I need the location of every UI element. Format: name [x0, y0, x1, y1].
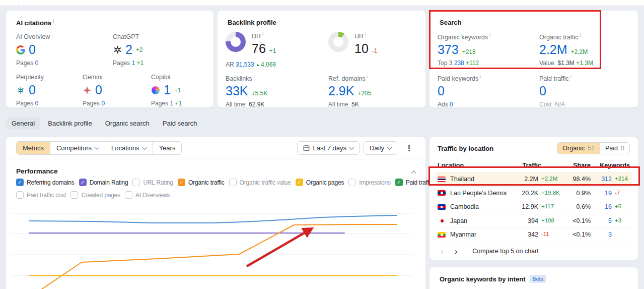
- pages-count[interactable]: 0: [101, 100, 105, 107]
- pages-count[interactable]: 0: [35, 100, 38, 107]
- tab-organic-search[interactable]: Organic search: [100, 117, 155, 130]
- metric-checkbox-paid-traffic-cost[interactable]: Paid traffic cost: [16, 191, 66, 199]
- performance-line-chart: [6, 200, 419, 289]
- calendar-icon: [303, 145, 310, 151]
- keywords-link[interactable]: 5: [608, 217, 612, 224]
- next-page-button[interactable]: ›: [452, 247, 461, 256]
- chatgpt-value[interactable]: 2: [125, 43, 132, 56]
- keywords-link[interactable]: 312: [601, 176, 612, 183]
- prev-page-button[interactable]: ‹: [438, 247, 447, 256]
- pages-count[interactable]: 0: [35, 60, 38, 67]
- ur-value: 10: [354, 42, 369, 55]
- ahrefs-rank: AR 31,533 4,069: [226, 61, 276, 68]
- metric-checkbox-url-rating[interactable]: URL Rating: [132, 179, 173, 186]
- segment-locations[interactable]: Locations: [105, 142, 153, 154]
- organic-keywords-value[interactable]: 373: [438, 43, 459, 56]
- perplexity-metric: Perplexity 0 Pages 0: [16, 74, 44, 107]
- section-tabs: General Backlink profile Organic search …: [6, 117, 203, 130]
- more-options-button[interactable]: ⋮: [401, 143, 417, 154]
- traffic-by-location-card: Traffic by location Organic51 Paid0 Loca…: [430, 137, 638, 260]
- metric-label: AI Overviews: [135, 192, 170, 199]
- pages-count[interactable]: 1: [131, 60, 135, 67]
- chevron-down-icon: [387, 145, 392, 150]
- keywords-link[interactable]: 19: [605, 190, 612, 197]
- perplexity-icon: [16, 86, 25, 95]
- metric-checkbox-organic-pages[interactable]: ✓Organic pages: [296, 179, 344, 186]
- toggle-organic[interactable]: Organic51: [557, 143, 600, 154]
- ai-citations-card: AI citations AI Overview 0 Pages 0 ChatG…: [6, 11, 213, 107]
- paid-keywords-metric: Paid keywords 0 Ads 0: [438, 74, 481, 108]
- paid-traffic-value[interactable]: 0: [539, 85, 546, 97]
- top-window-remnant: [0, 0, 644, 6]
- checkbox-unchecked-icon: [348, 179, 356, 186]
- chevron-down-icon: [95, 145, 100, 150]
- tab-paid-search[interactable]: Paid search: [157, 117, 203, 130]
- metric-checkbox-referring-domains[interactable]: ✓Referring domains: [16, 179, 75, 186]
- segment-years[interactable]: Years: [153, 142, 182, 154]
- performance-title: Performance: [16, 167, 58, 175]
- ur-donut-gauge: [328, 32, 348, 52]
- th-flag-icon: [438, 177, 446, 182]
- segment-metrics[interactable]: Metrics: [17, 142, 50, 154]
- metric-checkbox-paid-traffic[interactable]: ✓Paid traffic: [395, 179, 433, 186]
- chevron-down-icon: [349, 145, 354, 150]
- divider: [6, 159, 425, 159]
- compare-top5-link[interactable]: Compare top 5 on chart: [472, 248, 538, 255]
- pages-count[interactable]: 1: [170, 100, 173, 107]
- checkbox-checked-icon: ✓: [16, 179, 24, 186]
- checkbox-unchecked-icon: [229, 179, 237, 186]
- location-table-header: Location Traffic Share Keywords: [436, 158, 632, 172]
- metric-checkbox-impressions[interactable]: Impressions: [348, 179, 391, 186]
- metric-label: URL Rating: [143, 179, 173, 186]
- location-row-thailand[interactable]: Thailand2.2M+2.2M98.4%312+214: [436, 172, 632, 187]
- date-range-button[interactable]: Last 7 days: [297, 141, 360, 155]
- paid-keywords-value[interactable]: 0: [438, 85, 445, 97]
- ai-overview-value[interactable]: 0: [29, 43, 36, 56]
- gemini-icon: [83, 86, 92, 95]
- metric-checkbox-organic-traffic-value[interactable]: Organic traffic value: [229, 179, 291, 186]
- checkbox-checked-icon: ✓: [395, 179, 403, 186]
- organic-traffic-value[interactable]: 2.2M: [539, 43, 567, 56]
- location-row-myanmar[interactable]: Myanmar342-11<0.1%3: [436, 228, 632, 242]
- backlinks-value[interactable]: 33K: [226, 85, 248, 97]
- metric-label: Organic pages: [306, 179, 344, 186]
- organic-keywords-metric: Organic keywords 373+218 Top 3 238 +112: [438, 33, 490, 67]
- tab-backlink-profile[interactable]: Backlink profile: [42, 117, 97, 130]
- location-row-lao[interactable]: Lao People's Democratic Reput20.2K+19.8K…: [436, 187, 632, 201]
- performance-header: Performance: [16, 165, 417, 177]
- chart-toolbar: Metrics Competitors Locations Years Last…: [16, 141, 417, 155]
- location-row-japan[interactable]: Japan394+108<0.1%5+3: [436, 214, 632, 228]
- tab-general[interactable]: General: [6, 117, 40, 130]
- search-card: Search Organic keywords 373+218 Top 3 23…: [430, 11, 638, 107]
- collapse-section-button[interactable]: [410, 165, 417, 177]
- keywords-by-intent-card: Organic keywords by intent Beta: [430, 267, 638, 289]
- metric-label: Paid traffic: [406, 179, 433, 186]
- copilot-value[interactable]: 1: [164, 84, 171, 96]
- perplexity-value[interactable]: 0: [29, 84, 36, 96]
- metric-checkbox-crawled-pages[interactable]: Crawled pages: [70, 191, 120, 199]
- metric-checkbox-organic-traffic[interactable]: ✓Organic traffic: [178, 179, 224, 186]
- location-name: Myanmar: [450, 231, 476, 238]
- location-row-cambodia[interactable]: Cambodia12.9K+1170.6%16+5: [436, 200, 632, 214]
- jp-flag-icon: [438, 218, 446, 223]
- search-title: Search: [440, 19, 461, 26]
- metric-checkbox-domain-rating[interactable]: ✓Domain Rating: [79, 179, 128, 186]
- organic-paid-toggle: Organic51 Paid0: [557, 142, 630, 154]
- view-segmented-control: Metrics Competitors Locations Years: [16, 141, 182, 155]
- checkbox-checked-icon: ✓: [178, 179, 185, 186]
- performance-card: Metrics Competitors Locations Years Last…: [6, 137, 425, 289]
- metric-checkbox-list: ✓Referring domains✓Domain RatingURL Rati…: [16, 179, 425, 199]
- metric-checkbox-ai-overviews[interactable]: AI Overviews: [125, 191, 170, 199]
- keywords-link[interactable]: 3: [608, 231, 612, 238]
- backlink-profile-card: Backlink profile DR 76+1 AR 31,533 4,069…: [218, 11, 425, 107]
- gemini-value[interactable]: 0: [95, 84, 102, 96]
- backlinks-metric: Backlinks 33K+5.5K All time 62.9K: [226, 74, 267, 108]
- metric-label: Paid traffic cost: [27, 192, 66, 199]
- metric-label: Organic traffic: [188, 179, 224, 186]
- granularity-button[interactable]: Daily: [364, 141, 397, 155]
- ref-domains-value[interactable]: 2.9K: [328, 85, 354, 97]
- segment-competitors[interactable]: Competitors: [50, 142, 105, 154]
- url-rating-gauge: UR 10-1: [328, 32, 377, 55]
- keywords-link[interactable]: 16: [605, 203, 612, 210]
- toggle-paid[interactable]: Paid0: [600, 143, 629, 154]
